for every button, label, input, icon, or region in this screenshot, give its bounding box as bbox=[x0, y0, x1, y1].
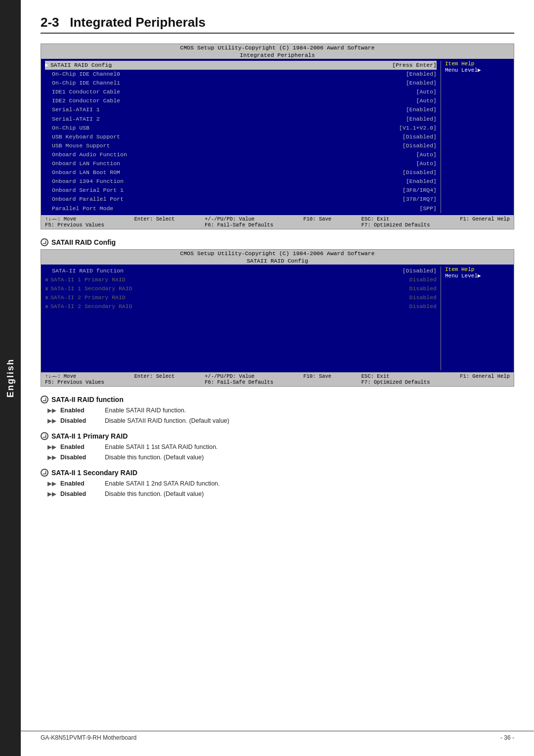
bios1-footer-col2: Enter: Select bbox=[134, 216, 175, 228]
bios2-empty-space bbox=[45, 311, 437, 370]
bios2-footer-move: ↑↓→←: Move bbox=[45, 373, 104, 379]
bios1-row-value-15: [378/IRQ7] bbox=[402, 195, 437, 203]
bios1-footer-save: F10: Save bbox=[303, 216, 331, 222]
bios2-title2: SATAII RAID Config bbox=[41, 257, 514, 265]
bios1-row-value-6: [Enabled] bbox=[406, 115, 437, 123]
bios2-row-label-4: SATA-II 2 Secondary RAID bbox=[50, 303, 409, 311]
bios1-row-label-4: IDE2 Conductor Cable bbox=[52, 97, 416, 105]
section1-title: SATAII RAID Config bbox=[51, 238, 116, 246]
bios2-footer-enter: Enter: Select bbox=[134, 373, 175, 379]
bios2-title1: CMOS Setup Utility-Copyright (C) 1984-20… bbox=[41, 250, 514, 257]
section2-icon bbox=[41, 396, 48, 403]
bios1-row-value-4: [Auto] bbox=[416, 97, 437, 105]
desc-term-1: Disabled bbox=[60, 490, 105, 499]
footer-left: GA-K8N51PVMT-9-RH Motherboard bbox=[41, 734, 136, 741]
bios1-row-value-0: [Press Enter] bbox=[392, 61, 437, 69]
bios2-right: Item Help Menu Level▶ bbox=[441, 267, 510, 370]
sidebar-label: English bbox=[5, 358, 16, 398]
bios1-row-arrow-0: ▶ bbox=[45, 61, 48, 69]
bios1-rows: ▶SATAII RAID Config[Press Enter]On-Chip … bbox=[45, 61, 437, 213]
main-content: 2-3 Integrated Peripherals CMOS Setup Ut… bbox=[21, 0, 534, 522]
bios1-row-value-3: [Auto] bbox=[416, 88, 437, 96]
bios1-left: ▶SATAII RAID Config[Press Enter]On-Chip … bbox=[45, 61, 441, 213]
bios2-left: SATA-II RAID function[Disabled]xSATA-II … bbox=[45, 267, 441, 370]
bios2-footer-opt: F7: Optimized Defaults bbox=[361, 379, 430, 385]
bios2-row-x-4: x bbox=[45, 303, 48, 311]
section3-icon bbox=[41, 432, 48, 440]
desc-item-0: ▶▶ Enabled Enable SATAII RAID function. bbox=[47, 406, 514, 415]
bios1-row-value-2: [Enabled] bbox=[406, 79, 437, 87]
section2-title: SATA-II RAID function bbox=[51, 396, 124, 403]
section4-title: SATA-II 1 Secondary RAID bbox=[51, 469, 137, 477]
bios1-row-4: IDE2 Conductor Cable[Auto] bbox=[45, 96, 437, 105]
bios1-row-value-14: [3F8/IRQ4] bbox=[402, 186, 437, 194]
bios2-footer: ↑↓→←: Move F5: Previous Values Enter: Se… bbox=[41, 372, 514, 386]
bios1-footer-opt: F7: Optimized Defaults bbox=[361, 222, 430, 228]
bios1-row-9: USB Mouse Support[Disabled] bbox=[45, 141, 437, 150]
desc-term-0: Enabled bbox=[60, 406, 105, 415]
bios1-row-label-5: Serial-ATAII 1 bbox=[52, 106, 406, 114]
bios2-row-value-3: Disabled bbox=[409, 294, 437, 302]
bios1-row-label-14: Onboard Serial Port 1 bbox=[52, 186, 402, 194]
section2-heading: SATA-II RAID function bbox=[41, 396, 514, 403]
page-footer: GA-K8N51PVMT-9-RH Motherboard - 36 - bbox=[21, 731, 534, 744]
section3-heading: SATA-II 1 Primary RAID bbox=[41, 432, 514, 440]
bios1-row-value-8: [Disabled] bbox=[402, 133, 437, 141]
bios1-footer-col6: F1: General Help bbox=[460, 216, 510, 228]
desc-text-0: Enable SATAII RAID function. bbox=[105, 406, 514, 415]
bios2-row-value-4: Disabled bbox=[409, 303, 437, 311]
bios1-row-5: Serial-ATAII 1[Enabled] bbox=[45, 105, 437, 114]
desc-arrow-1: ▶▶ bbox=[47, 453, 57, 462]
bios2-menu-level: Menu Level▶ bbox=[445, 272, 510, 279]
bios1-row-16: Parallel Port Mode[SPP] bbox=[45, 204, 437, 213]
chapter-number: 2-3 bbox=[41, 15, 59, 30]
bios2-row-x-1: x bbox=[45, 276, 48, 284]
desc-term-0: Enabled bbox=[60, 443, 105, 452]
bios1-row-8: USB Keyboard Support[Disabled] bbox=[45, 133, 437, 141]
bios1-row-value-1: [Enabled] bbox=[406, 70, 437, 78]
bios2-rows: SATA-II RAID function[Disabled]xSATA-II … bbox=[45, 267, 437, 311]
section4-items: ▶▶ Enabled Enable SATAII 1 2nd SATA RAID… bbox=[47, 480, 514, 498]
desc-item-1: ▶▶ Disabled Disable this function. (Defa… bbox=[47, 490, 514, 499]
section4-icon bbox=[41, 469, 48, 477]
bios2-body: SATA-II RAID function[Disabled]xSATA-II … bbox=[41, 265, 514, 372]
bios1-row-label-1: On-Chip IDE Channel0 bbox=[52, 70, 406, 78]
bios1-title2: Integrated Peripherals bbox=[41, 51, 514, 59]
section3-items: ▶▶ Enabled Enable SATAII 1 1st SATA RAID… bbox=[47, 443, 514, 462]
bios1-row-12: Onboard LAN Boot ROM[Disabled] bbox=[45, 168, 437, 177]
section2-items: ▶▶ Enabled Enable SATAII RAID function. … bbox=[47, 406, 514, 425]
bios1-row-3: IDE1 Conductor Cable[Auto] bbox=[45, 88, 437, 96]
bios1-row-14: Onboard Serial Port 1[3F8/IRQ4] bbox=[45, 186, 437, 195]
section3-title: SATA-II 1 Primary RAID bbox=[51, 432, 128, 440]
desc-arrow-1: ▶▶ bbox=[47, 417, 57, 426]
section1-icon bbox=[41, 238, 48, 246]
bios1-footer-enter: Enter: Select bbox=[134, 216, 175, 222]
bios1-row-label-0: SATAII RAID Config bbox=[50, 61, 392, 69]
section4-desc: ▶▶ Enabled Enable SATAII 1 2nd SATA RAID… bbox=[47, 480, 514, 498]
bios2-footer-fail: F6: Fail-Safe Defaults bbox=[205, 379, 273, 385]
desc-text-1: Disable this function. (Default value) bbox=[105, 453, 514, 462]
bios1-footer: ↑↓→←: Move F5: Previous Values Enter: Se… bbox=[41, 215, 514, 229]
bios1-row-label-6: Serial-ATAII 2 bbox=[52, 115, 406, 123]
bios2-item-help: Item Help bbox=[445, 267, 510, 272]
bios2-row-x-2: x bbox=[45, 285, 48, 293]
bios1-footer-fail: F6: Fail-Safe Defaults bbox=[205, 222, 273, 228]
bios1-row-label-2: On-Chip IDE Channel1 bbox=[52, 79, 406, 87]
bios1-item-help: Item Help bbox=[445, 61, 510, 67]
bios1-row-2: On-Chip IDE Channel1[Enabled] bbox=[45, 79, 437, 88]
section1-heading: SATAII RAID Config bbox=[41, 238, 514, 246]
bios2-footer-esc: ESC: Exit bbox=[361, 373, 430, 379]
section3-desc: ▶▶ Enabled Enable SATAII 1 1st SATA RAID… bbox=[47, 443, 514, 462]
bios1-row-label-15: Onboard Parallel Port bbox=[52, 195, 402, 203]
bios2-row-0: SATA-II RAID function[Disabled] bbox=[45, 267, 437, 275]
desc-arrow-0: ▶▶ bbox=[47, 443, 57, 452]
bios1-row-label-7: On-Chip USB bbox=[52, 124, 399, 132]
bios1-title1: CMOS Setup Utility-Copyright (C) 1984-20… bbox=[41, 44, 514, 51]
bios1-row-1: On-Chip IDE Channel0[Enabled] bbox=[45, 70, 437, 79]
bios2-row-3: xSATA-II 2 Primary RAIDDisabled bbox=[45, 293, 437, 302]
bios1-row-6: Serial-ATAII 2[Enabled] bbox=[45, 115, 437, 124]
bios2-row-value-1: Disabled bbox=[409, 276, 437, 284]
bios2-footer-save: F10: Save bbox=[303, 373, 331, 379]
footer-right: - 36 - bbox=[500, 734, 514, 741]
bios1-footer-prev: F5: Previous Values bbox=[45, 222, 104, 228]
